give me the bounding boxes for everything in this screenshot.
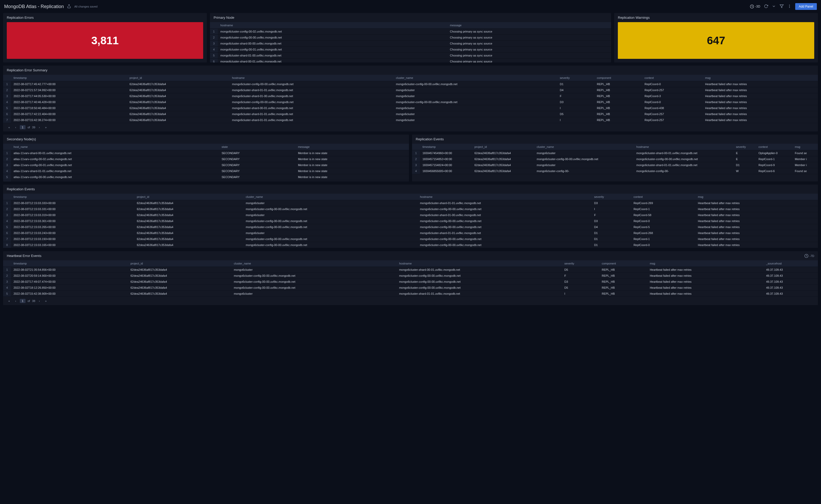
col-context[interactable]: context	[642, 75, 703, 81]
col-_sourcehost[interactable]: _sourcehost	[763, 260, 818, 267]
filter-icon[interactable]	[780, 4, 784, 9]
col-cluster_name[interactable]: cluster_name	[243, 194, 417, 200]
table-row[interactable]: 6atlas-11varv-shard-01-02.uv8kc.mongodb.…	[3, 180, 409, 182]
cell: ReplCoord-257	[642, 117, 703, 123]
col-cluster_name[interactable]: cluster_name	[393, 75, 557, 81]
col-project_id[interactable]: project_id	[127, 75, 229, 81]
table-row[interactable]: 62022-08-02T17:42:22.404+00:0062dea24636…	[3, 111, 818, 117]
col-project_id[interactable]: project_id	[472, 144, 534, 150]
table-row[interactable]: 4mongo6cluster-config-00-01.uv8kc.mongod…	[210, 47, 611, 53]
table-row[interactable]: 2atlas-11varv-config-00-02.uv8kc.mongodb…	[3, 156, 409, 162]
cell: SECONDARY	[219, 180, 295, 182]
col-severity[interactable]: severity	[562, 260, 599, 267]
col-hostname[interactable]: hostname	[417, 194, 592, 200]
cell: ReplCoord-0	[631, 242, 695, 248]
col-message[interactable]: message	[447, 22, 611, 29]
col-msg[interactable]: msg	[703, 75, 818, 81]
panel-time-override[interactable]: -7D	[804, 254, 814, 258]
page-first-icon[interactable]: «	[7, 299, 11, 303]
cell: I	[592, 206, 631, 212]
time-range-picker[interactable]: -3D	[750, 4, 760, 9]
refresh-icon[interactable]	[764, 4, 768, 9]
table-row[interactable]: 12022-08-02T21:35:54.856+00:0062dea24636…	[3, 267, 818, 273]
table-row[interactable]: 2mongo6cluster-config-00-00.uv8kc.mongod…	[210, 35, 611, 41]
table-row[interactable]: 22022-08-03T12:15:03.331+00:0062dea24636…	[3, 206, 818, 212]
col-host_name[interactable]: host_name	[11, 144, 219, 150]
col-project_id[interactable]: project_id	[128, 260, 231, 267]
table-row[interactable]: 12022-08-03T12:15:03.333+00:0062dea24636…	[3, 200, 818, 206]
col-msg[interactable]: msg	[695, 194, 818, 200]
cell: mongo6cluster-shard-01-01.uv8kc.mongodb.…	[634, 162, 733, 168]
table-row[interactable]: 6mongo6cluster-shard-00-01.uv8kc.mongodb…	[210, 59, 611, 63]
table-row[interactable]: 62022-08-03T12:15:03.243+00:0062dea24636…	[3, 230, 818, 236]
table-row[interactable]: 5atlas-11varv-config-00-00.uv8kc.mongodb…	[3, 174, 409, 180]
col-timestamp[interactable]: timestamp	[11, 75, 127, 81]
table-row[interactable]: 72022-08-03T12:15:03.193+00:0062dea24636…	[3, 236, 818, 242]
col-hostname[interactable]: hostname	[218, 22, 447, 29]
table-row[interactable]: 32022-08-02T17:49:07.474+00:0062dea24636…	[3, 279, 818, 285]
panel-title: Replication Errors	[3, 13, 207, 22]
page-first-icon[interactable]: «	[7, 125, 11, 129]
page-last-icon[interactable]: »	[43, 125, 48, 129]
table-row[interactable]: 31659457154824+00:0062dea24636af817c353d…	[412, 162, 818, 168]
table-row[interactable]: 41659456855005+00:0062dea24636af817c353d…	[412, 168, 818, 174]
page-next-icon[interactable]: ›	[37, 299, 41, 303]
col-timestamp[interactable]: timestamp	[11, 260, 128, 267]
cell: 62dea24636af817c353dafa4	[128, 279, 231, 285]
table-row[interactable]: 12022-08-02T17:45:42.777+00:0062dea24636…	[3, 81, 818, 87]
table-row[interactable]: 52022-08-02T15:42:38.909+00:0062dea24636…	[3, 291, 818, 297]
col-hostname[interactable]: hostname	[229, 75, 393, 81]
table-row[interactable]: 72022-08-02T15:42:38.274+00:0062dea24636…	[3, 117, 818, 123]
table-row[interactable]: 22022-08-02T20:59:14.900+00:0062dea24636…	[3, 273, 818, 279]
table-row[interactable]: 11659457454960+00:0062dea24636af817c353d…	[412, 150, 818, 156]
col-msg[interactable]: msg	[647, 260, 764, 267]
page-prev-icon[interactable]: ‹	[14, 125, 18, 129]
table-row[interactable]: 1mongo6cluster-config-00-02.uv8kc.mongod…	[210, 29, 611, 35]
share-icon[interactable]	[67, 4, 71, 9]
table-row[interactable]: 42022-08-02T18:12:26.850+00:0062dea24636…	[3, 285, 818, 291]
cell: Heartbeat failed after max retries	[703, 117, 818, 123]
table-row[interactable]: 82022-08-03T12:15:03.165+00:0062dea24636…	[3, 242, 818, 248]
cell: 1659457154824+00:00	[420, 162, 472, 168]
col-severity[interactable]: severity	[734, 144, 756, 150]
page-next-icon[interactable]: ›	[37, 125, 41, 129]
col-timestamp[interactable]: timestamp	[11, 194, 134, 200]
table-row[interactable]: 1atlas-11varv-shard-00-01.uv8kc.mongodb.…	[3, 150, 409, 156]
table-row[interactable]: 3atlas-11varv-config-00-01.uv8kc.mongodb…	[3, 162, 409, 168]
row-index: 8	[3, 242, 11, 248]
col-timestamp[interactable]: timestamp	[420, 144, 472, 150]
table-row[interactable]: 22022-08-02T21:57:34.992+00:0062dea24636…	[3, 87, 818, 93]
heartbeat-table: timestampproject_idcluster_namehostnames…	[3, 260, 818, 297]
col-state[interactable]: state	[219, 144, 295, 150]
page-prev-icon[interactable]: ‹	[14, 299, 18, 303]
col-context[interactable]: context	[631, 194, 695, 200]
col-msg[interactable]: msg	[792, 144, 818, 150]
table-row[interactable]: 5mongo6cluster-shard-01-00.uv8kc.mongodb…	[210, 53, 611, 59]
chevron-down-icon[interactable]	[772, 4, 776, 9]
add-panel-button[interactable]: Add Panel	[795, 3, 817, 10]
col-component[interactable]: component	[594, 75, 642, 81]
table-row[interactable]: 42022-08-03T12:15:03.301+00:0062dea24636…	[3, 218, 818, 224]
cell: REPL_HB	[599, 273, 647, 279]
table-row[interactable]: 52022-08-02T18:50:40.484+00:0062dea24636…	[3, 105, 818, 111]
col-cluster_name[interactable]: cluster_name	[534, 144, 634, 150]
col-cluster_name[interactable]: cluster_name	[231, 260, 397, 267]
table-row[interactable]: 21659457154852+00:0062dea24636af817c353d…	[412, 156, 818, 162]
col-project_id[interactable]: project_id	[134, 194, 243, 200]
table-row[interactable]: 52022-08-03T12:15:03.265+00:0062dea24636…	[3, 224, 818, 230]
col-severity[interactable]: severity	[557, 75, 594, 81]
table-row[interactable]: 32022-08-03T12:15:03.319+00:0062dea24636…	[3, 212, 818, 218]
col-hostname[interactable]: hostname	[634, 144, 733, 150]
col-message[interactable]: message	[295, 144, 409, 150]
table-row[interactable]: 32022-08-02T17:44:05.530+00:0062dea24636…	[3, 93, 818, 99]
table-row[interactable]: 42022-08-02T17:40:46.428+00:0062dea24636…	[3, 99, 818, 105]
col-component[interactable]: component	[599, 260, 647, 267]
table-row[interactable]: 3mongo6cluster-shard-00-00.uv8kc.mongodb…	[210, 41, 611, 47]
col-hostname[interactable]: hostname	[396, 260, 562, 267]
page-last-icon[interactable]: »	[43, 299, 48, 303]
table-row[interactable]: 4atlas-11varv-shard-01-01.uv8kc.mongodb.…	[3, 168, 409, 174]
cell: SECONDARY	[219, 174, 295, 180]
col-context[interactable]: context	[756, 144, 792, 150]
col-severity[interactable]: severity	[592, 194, 631, 200]
kebab-menu-icon[interactable]	[787, 4, 792, 9]
